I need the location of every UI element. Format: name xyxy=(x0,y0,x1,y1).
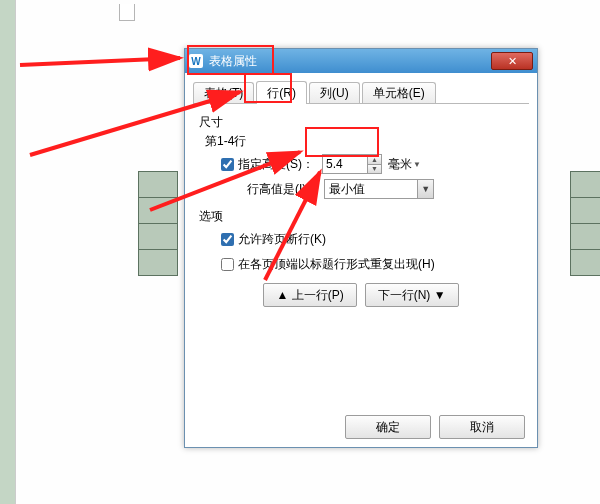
height-input[interactable] xyxy=(323,156,367,172)
height-spinner[interactable]: ▲ ▼ xyxy=(322,154,382,174)
tab-column[interactable]: 列(U) xyxy=(309,82,360,103)
next-row-button[interactable]: 下一行(N) ▼ xyxy=(365,283,459,307)
row-height-is-label: 行高值是(I)： xyxy=(247,181,318,198)
size-heading: 尺寸 xyxy=(199,114,523,131)
repeat-header-checkbox[interactable] xyxy=(221,258,234,271)
allow-break-checkbox[interactable] xyxy=(221,233,234,246)
close-button[interactable]: ✕ xyxy=(491,52,533,70)
app-icon: W xyxy=(189,54,203,68)
background-table-left xyxy=(138,172,178,276)
spin-down-icon[interactable]: ▼ xyxy=(367,164,381,173)
row-height-is-select[interactable]: 最小值 ▼ xyxy=(324,179,434,199)
chevron-down-icon[interactable]: ▼ xyxy=(417,180,433,198)
dialog-title: 表格属性 xyxy=(209,53,491,70)
row-nav: ▲ 上一行(P) 下一行(N) ▼ xyxy=(199,283,523,307)
dialog-footer: 确定 取消 xyxy=(345,415,525,439)
cancel-button[interactable]: 取消 xyxy=(439,415,525,439)
spin-up-icon[interactable]: ▲ xyxy=(367,156,381,164)
tab-table[interactable]: 表格(T) xyxy=(193,82,254,103)
height-unit[interactable]: 毫米 ▼ xyxy=(388,156,421,173)
page-background: W 表格属性 ✕ 表格(T) 行(R) 列(U) 单元格(E) 尺寸 第1-4行… xyxy=(0,0,600,504)
close-icon: ✕ xyxy=(508,55,517,68)
specify-height-label: 指定高度(S)： xyxy=(238,156,314,173)
tab-cell[interactable]: 单元格(E) xyxy=(362,82,436,103)
tab-strip: 表格(T) 行(R) 列(U) 单元格(E) xyxy=(193,79,529,104)
background-table-right xyxy=(570,172,600,276)
table-properties-dialog: W 表格属性 ✕ 表格(T) 行(R) 列(U) 单元格(E) 尺寸 第1-4行… xyxy=(184,48,538,448)
repeat-header-label: 在各页顶端以标题行形式重复出现(H) xyxy=(238,256,435,273)
chevron-down-icon: ▼ xyxy=(413,160,421,169)
row-range: 第1-4行 xyxy=(205,133,523,150)
tab-row[interactable]: 行(R) xyxy=(256,81,307,104)
row-height-is-value: 最小值 xyxy=(325,181,417,198)
ok-button[interactable]: 确定 xyxy=(345,415,431,439)
document-markup-cell xyxy=(119,4,135,21)
prev-row-button[interactable]: ▲ 上一行(P) xyxy=(263,283,356,307)
row-panel: 尺寸 第1-4行 指定高度(S)： ▲ ▼ 毫米 ▼ xyxy=(185,104,537,307)
options-heading: 选项 xyxy=(199,208,523,225)
allow-break-label: 允许跨页断行(K) xyxy=(238,231,326,248)
specify-height-checkbox[interactable] xyxy=(221,158,234,171)
dialog-titlebar[interactable]: W 表格属性 ✕ xyxy=(185,49,537,73)
